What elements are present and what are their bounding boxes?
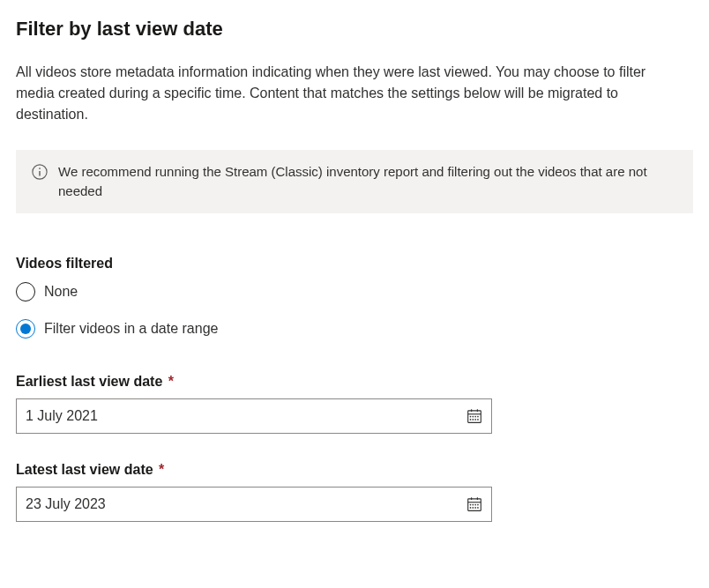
field-label-text: Earliest last view date: [16, 374, 162, 389]
page-title: Filter by last view date: [16, 18, 693, 41]
earliest-date-label: Earliest last view date *: [16, 374, 693, 390]
required-indicator: *: [159, 462, 164, 477]
info-text: We recommend running the Stream (Classic…: [58, 162, 677, 201]
latest-date-input[interactable]: [26, 496, 466, 512]
radio-group: None Filter videos in a date range: [16, 282, 693, 339]
radio-label: None: [44, 284, 78, 300]
calendar-icon[interactable]: [466, 408, 482, 424]
required-indicator: *: [168, 374, 174, 389]
earliest-date-field: Earliest last view date *: [16, 374, 693, 434]
videos-filtered-label: Videos filtered: [16, 256, 693, 272]
earliest-date-input[interactable]: [26, 408, 466, 424]
field-label-text: Latest last view date: [16, 462, 153, 477]
page-description: All videos store metadata information in…: [16, 62, 686, 125]
radio-option-date-range[interactable]: Filter videos in a date range: [16, 319, 693, 339]
radio-circle-icon: [16, 282, 35, 301]
latest-date-input-wrapper[interactable]: [16, 487, 492, 522]
radio-label: Filter videos in a date range: [44, 321, 218, 337]
info-icon: [32, 162, 48, 180]
radio-dot-icon: [20, 324, 31, 334]
svg-point-2: [39, 167, 41, 169]
latest-date-field: Latest last view date *: [16, 462, 693, 522]
radio-option-none[interactable]: None: [16, 282, 693, 301]
radio-circle-icon: [16, 319, 35, 339]
calendar-icon[interactable]: [466, 496, 482, 512]
latest-date-label: Latest last view date *: [16, 462, 693, 478]
info-banner: We recommend running the Stream (Classic…: [16, 150, 693, 213]
earliest-date-input-wrapper[interactable]: [16, 398, 492, 434]
